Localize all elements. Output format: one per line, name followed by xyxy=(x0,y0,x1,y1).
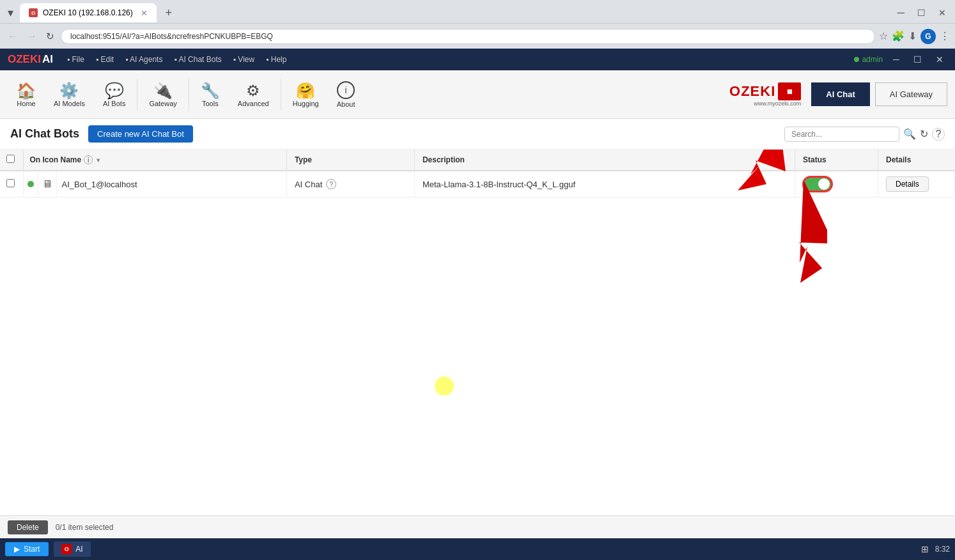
toolbar-divider-3 xyxy=(281,79,281,111)
hugging-label: Hugging xyxy=(293,100,319,107)
bot-name: AI_Bot_1@localhost xyxy=(62,180,137,189)
row-type-cell: AI Chat ? xyxy=(286,171,414,198)
bookmark-icon[interactable]: ☆ xyxy=(879,30,888,42)
menu-ai-agents[interactable]: ▪ AI Agents xyxy=(120,54,167,65)
col-name-info-icon[interactable]: i xyxy=(84,155,93,164)
row-details-cell: Details xyxy=(878,171,955,198)
ozeki-brand-icon: ▦ xyxy=(778,82,801,100)
tools-icon: 🔧 xyxy=(201,82,220,100)
extensions-icon[interactable]: 🧩 xyxy=(892,30,905,42)
browser-nav-arrows[interactable]: ▾ xyxy=(5,4,16,21)
home-label: Home xyxy=(17,100,35,107)
page-title: AI Chat Bots xyxy=(10,127,79,141)
tab-favicon: O xyxy=(29,8,38,17)
app-minimize-icon[interactable]: ─ xyxy=(889,53,903,66)
tab-title: OZEKI 10 (192.168.0.126) xyxy=(43,8,133,17)
tool-about[interactable]: i About xyxy=(328,77,364,112)
row-online-cell xyxy=(23,171,38,198)
status-toggle[interactable] xyxy=(803,176,832,192)
tool-ai-models[interactable]: ⚙️ AI Models xyxy=(45,78,94,111)
gateway-icon: 🔌 xyxy=(153,82,173,100)
download-icon[interactable]: ⬇ xyxy=(908,30,917,42)
menu-view[interactable]: ▪ View xyxy=(228,54,260,65)
taskbar-grid-icon[interactable]: ⊞ xyxy=(921,544,929,554)
table-container: On Icon Name i ▾ Type Description Status… xyxy=(0,150,955,515)
search-area: 🔍 ↻ ? xyxy=(784,127,945,142)
toolbar-divider-1 xyxy=(137,79,137,111)
col-header-details: Details xyxy=(878,150,955,171)
menu-edit[interactable]: ▪ Edit xyxy=(91,54,119,65)
tool-hugging[interactable]: 🤗 Hugging xyxy=(284,78,328,111)
forward-button[interactable]: → xyxy=(24,29,40,43)
ozeki-sub-text: www.myozeki.com xyxy=(754,100,801,107)
maximize-icon[interactable]: ☐ xyxy=(913,6,929,19)
page-header: AI Chat Bots Create new AI Chat Bot 🔍 ↻ … xyxy=(0,119,955,150)
ai-chat-button[interactable]: AI Chat xyxy=(811,82,870,106)
delete-button[interactable]: Delete xyxy=(8,520,48,534)
col-header-status: Status xyxy=(795,150,878,171)
col-name-sort-icon[interactable]: ▾ xyxy=(97,157,100,164)
back-button[interactable]: ← xyxy=(5,29,20,43)
row-bot-icon-cell: 🖥 xyxy=(38,171,56,198)
menu-ai-chat-bots[interactable]: ▪ AI Chat Bots xyxy=(169,54,226,65)
tool-home[interactable]: 🏠 Home xyxy=(8,78,45,111)
taskbar-app-icon: O xyxy=(61,544,72,554)
row-status-cell xyxy=(795,171,878,198)
new-tab-button[interactable]: + xyxy=(160,4,177,21)
ai-models-icon: ⚙️ xyxy=(59,82,79,100)
help-icon[interactable]: ? xyxy=(932,128,945,141)
type-help-icon[interactable]: ? xyxy=(326,179,336,189)
header-right: admin ─ ☐ ✕ xyxy=(854,53,947,66)
ai-models-label: AI Models xyxy=(54,100,85,107)
about-label: About xyxy=(337,100,355,108)
minimize-icon[interactable]: ─ xyxy=(894,6,908,20)
create-new-bot-button[interactable]: Create new AI Chat Bot xyxy=(88,125,193,143)
about-icon: i xyxy=(337,81,355,99)
gateway-label: Gateway xyxy=(149,100,176,107)
advanced-label: Advanced xyxy=(238,100,269,107)
row-checkbox[interactable] xyxy=(6,179,15,187)
menu-file[interactable]: ▪ File xyxy=(62,54,89,65)
dropdown-arrow-icon[interactable]: ▾ xyxy=(5,4,16,21)
home-icon: 🏠 xyxy=(17,82,36,100)
tool-advanced[interactable]: ⚙ Advanced xyxy=(229,78,278,111)
search-input[interactable] xyxy=(784,127,899,142)
ozeki-brand: OZEKI ▦ www.myozeki.com xyxy=(729,82,801,107)
menu-dots-icon[interactable]: ⋮ xyxy=(940,30,950,42)
admin-dot xyxy=(854,57,859,62)
ai-bots-icon: 💬 xyxy=(105,82,124,100)
window-close-icon[interactable]: ✕ xyxy=(935,6,950,19)
refresh-icon[interactable]: ↻ xyxy=(920,128,928,140)
col-header-checkbox xyxy=(0,150,23,171)
start-icon: ▶ xyxy=(14,545,20,554)
details-button[interactable]: Details xyxy=(886,176,929,192)
search-icon[interactable]: 🔍 xyxy=(903,128,916,140)
tool-tools[interactable]: 🔧 Tools xyxy=(192,78,229,111)
taskbar-app-button[interactable]: O AI xyxy=(54,541,90,557)
menu-bar: ▪ File ▪ Edit ▪ AI Agents ▪ AI Chat Bots… xyxy=(62,54,291,65)
app-logo: OZEKI AI xyxy=(8,53,53,66)
tool-ai-bots[interactable]: 💬 AI Bots xyxy=(94,78,134,111)
tab-close-icon[interactable]: ✕ xyxy=(141,8,148,18)
browser-tab[interactable]: O OZEKI 10 (192.168.0.126) ✕ xyxy=(20,3,157,22)
col-header-type: Type xyxy=(286,150,414,171)
ai-bots-label: AI Bots xyxy=(103,100,125,107)
toggle-knob xyxy=(818,178,830,190)
select-all-checkbox[interactable] xyxy=(6,155,15,163)
browser-tab-bar: ▾ O OZEKI 10 (192.168.0.126) ✕ + ─ ☐ ✕ xyxy=(0,0,955,23)
app-maximize-icon[interactable]: ☐ xyxy=(910,53,926,66)
advanced-icon: ⚙ xyxy=(246,82,260,100)
main-content: AI Chat Bots Create new AI Chat Bot 🔍 ↻ … xyxy=(0,119,955,538)
start-button[interactable]: ▶ Start xyxy=(5,542,49,556)
menu-help[interactable]: ▪ Help xyxy=(261,54,291,65)
profile-avatar[interactable]: G xyxy=(920,29,936,44)
bottom-bar: Delete 0/1 item selected xyxy=(0,515,955,538)
col-header-description: Description xyxy=(414,150,795,171)
ai-gateway-button[interactable]: AI Gateway xyxy=(875,82,947,106)
url-input[interactable]: localhost:9515/AI/?a=AIBots&ncrefreshPCN… xyxy=(61,29,875,44)
hugging-icon: 🤗 xyxy=(296,82,315,100)
reload-button[interactable]: ↻ xyxy=(43,29,57,43)
app-close-icon[interactable]: ✕ xyxy=(932,53,947,66)
tool-gateway[interactable]: 🔌 Gateway xyxy=(140,78,185,111)
col-header-on-icon-name: On Icon Name i ▾ xyxy=(23,150,286,171)
